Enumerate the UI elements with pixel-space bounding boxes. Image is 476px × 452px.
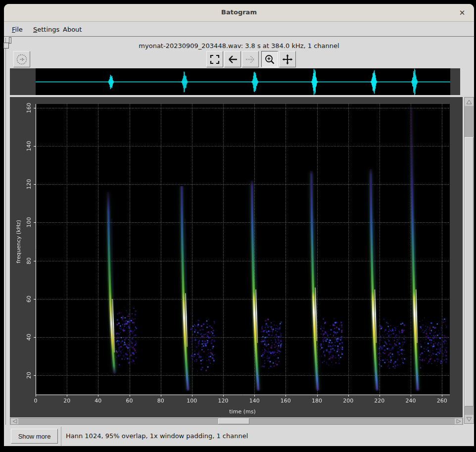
menu-item-settings[interactable]: Settings — [31, 25, 61, 34]
status-divider — [61, 427, 61, 446]
x-tick-label: 240 — [406, 398, 416, 404]
scroll-right-arrow-icon[interactable] — [455, 418, 462, 424]
fullscreen-brackets-icon — [209, 53, 221, 65]
horizontal-scrollbar-thumb[interactable] — [218, 418, 249, 424]
menu-bar: File Settings About — [4, 22, 474, 37]
x-tick-label: 220 — [374, 398, 384, 404]
window-title: Batogram — [4, 8, 474, 16]
x-tick-label: 140 — [249, 398, 260, 404]
x-tick-label: 80 — [157, 398, 164, 404]
waveform-plot[interactable] — [10, 68, 460, 95]
menu-item-file[interactable]: File — [10, 25, 25, 34]
x-tick-label: 160 — [281, 398, 291, 404]
y-tick-label: 160 — [26, 102, 32, 113]
reset-view-circle-arrow-icon — [15, 53, 28, 66]
x-tick-label: 200 — [343, 398, 353, 404]
scroll-left-arrow-icon[interactable] — [11, 418, 18, 424]
scroll-up-arrow-icon[interactable] — [465, 98, 474, 106]
spectrogram-plot[interactable] — [10, 97, 463, 417]
y-tick-label: 20 — [26, 372, 32, 379]
menu-item-about[interactable]: About — [61, 25, 84, 34]
arrow-right-icon — [244, 53, 256, 65]
file-info-label: myonat-20230909_203448.wav: 3.8 s at 384… — [4, 42, 474, 50]
left-pan-slider-track[interactable] — [5, 38, 6, 425]
arrow-left-icon — [227, 53, 238, 65]
horizontal-scrollbar[interactable] — [10, 418, 463, 425]
x-tick-label: 180 — [312, 398, 322, 404]
y-tick-label: 120 — [26, 179, 32, 190]
zoom-in-magnifier-icon — [264, 53, 276, 65]
desktop-background: Batogram ✕ File Settings About myonat-20… — [0, 0, 476, 452]
x-tick-label: 0 — [34, 398, 38, 404]
pan-tool-button[interactable] — [279, 51, 296, 67]
waveform-panel — [10, 68, 460, 95]
scroll-down-arrow-icon[interactable] — [465, 415, 474, 423]
x-tick-label: 60 — [126, 398, 133, 404]
status-bar: Show more Hann 1024, 95% overlap, 1x win… — [4, 427, 474, 446]
pan-move-icon — [282, 53, 293, 65]
x-tick-label: 260 — [437, 398, 447, 404]
y-tick-label: 40 — [26, 334, 32, 341]
show-more-button[interactable]: Show more — [11, 429, 58, 444]
time-axis-title: time (ms) — [229, 408, 255, 415]
vertical-scrollbar-thumb[interactable] — [465, 137, 474, 406]
reset-view-button[interactable] — [13, 51, 30, 67]
history-forward-button[interactable] — [242, 51, 259, 67]
batogram-window: Batogram ✕ File Settings About myonat-20… — [4, 4, 474, 446]
window-titlebar[interactable]: Batogram ✕ — [4, 4, 474, 22]
settings-summary-label: Hann 1024, 95% overlap, 1x window paddin… — [66, 432, 248, 440]
vertical-scrollbar[interactable] — [464, 97, 474, 424]
y-tick-label: 60 — [26, 296, 32, 302]
x-tick-label: 40 — [95, 398, 101, 404]
spectrogram-panel: 020406080100120140160180200220240260 204… — [10, 97, 463, 417]
full-extent-button[interactable] — [206, 51, 223, 67]
history-back-button[interactable] — [224, 51, 241, 67]
y-tick-label: 140 — [26, 141, 32, 151]
zoom-tool-button[interactable] — [261, 51, 278, 67]
x-tick-label: 120 — [218, 398, 229, 404]
x-tick-label: 20 — [63, 398, 70, 404]
y-tick-label: 100 — [26, 217, 32, 228]
frequency-axis-title: frequency (kHz) — [15, 220, 22, 263]
y-tick-label: 80 — [26, 257, 32, 264]
x-tick-label: 100 — [187, 398, 197, 404]
close-icon[interactable]: ✕ — [457, 8, 467, 18]
